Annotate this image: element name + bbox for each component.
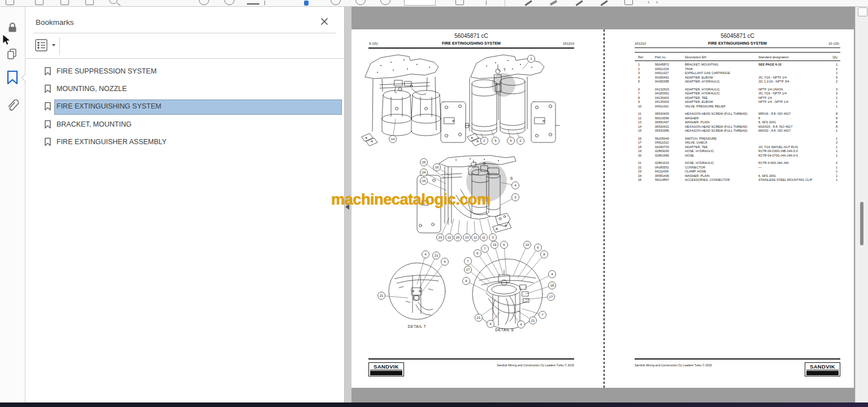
scroll-mode-icon[interactable] bbox=[486, 1, 487, 5]
parts-table-row: 1804180703ADAPTER, TEEJIC 7/16 SWIVEL NU… bbox=[605, 145, 854, 150]
parts-table-row: 1704911012VALVE, CHECK2 bbox=[605, 141, 854, 145]
svg-text:T: T bbox=[504, 68, 506, 72]
bookmark-icon bbox=[44, 67, 51, 76]
bookmark-item[interactable]: FIRE SUPPRESSION SYSTEM bbox=[25, 62, 344, 80]
attachments-icon[interactable] bbox=[5, 97, 21, 114]
parts-table-row: 1406530421HEXAGON HEAD SCREW (FULL THREA… bbox=[605, 125, 854, 129]
page-divider bbox=[604, 29, 605, 388]
bookmark-icon bbox=[44, 120, 51, 129]
bookmark-label: MOUNTING, NOZZLE bbox=[57, 85, 127, 93]
bookmark-options-icon[interactable] bbox=[35, 39, 47, 51]
parts-table-rows: 156045872BRACKET, MOUNTINGSEE PAGE 6-121… bbox=[605, 63, 854, 183]
svg-text:25: 25 bbox=[422, 161, 426, 164]
parts-table-row: 2364111636CLAMP, HOSE1 bbox=[605, 170, 854, 174]
top-toolbar: ‹ › bbox=[0, 0, 868, 7]
svg-text:18: 18 bbox=[550, 284, 554, 287]
zoom-out-icon[interactable] bbox=[331, 0, 341, 5]
svg-text:23: 23 bbox=[439, 236, 442, 239]
bookmarks-panel: Bookmarks FIRE SUPPRESSION SYSTEMMOUNTIN… bbox=[25, 7, 345, 402]
star-icon[interactable] bbox=[35, 0, 44, 5]
bookmark-item[interactable]: FIRE EXTINGUISHER ASSEMBLY bbox=[25, 133, 344, 151]
stamp-icon[interactable] bbox=[624, 0, 633, 5]
taskbar-edge bbox=[0, 402, 868, 407]
fit-width-icon[interactable] bbox=[455, 0, 464, 5]
svg-text:24: 24 bbox=[422, 171, 426, 174]
text-select-icon[interactable] bbox=[247, 3, 259, 5]
parts-table-row: 704180361ADAPTER, HYDRAULICJIC 7/16 - NP… bbox=[605, 92, 854, 96]
svg-text:DETAIL T: DETAIL T bbox=[408, 324, 427, 328]
hand-tool-icon[interactable] bbox=[304, 1, 309, 6]
sandvik-logo: SANDVIK bbox=[368, 362, 404, 376]
bookmark-item[interactable]: BRACKET, MOUNTING bbox=[25, 115, 344, 133]
options-dropdown-caret[interactable] bbox=[52, 44, 55, 46]
zoom-reset-icon[interactable] bbox=[380, 0, 390, 5]
footer-text-right: Sandvik Mining and Construction Oy Loade… bbox=[635, 363, 712, 367]
scroll-thumb[interactable] bbox=[860, 202, 863, 245]
parts-table-row: 2102861610HOSE, HYDRAULICR1TR-4-600-J4A-… bbox=[605, 161, 854, 166]
page-number-right: 10 (15) bbox=[828, 42, 839, 45]
bookmark-icon bbox=[44, 102, 51, 111]
svg-text:14: 14 bbox=[391, 137, 395, 141]
parts-table-row: 404180461ADAPTER, ELBOWJIC 7/16 - NPTF 1… bbox=[605, 76, 854, 80]
zoom-level-field[interactable] bbox=[404, 0, 436, 6]
search-icon[interactable] bbox=[109, 0, 118, 4]
parts-table-row: 2002861680HOSER1TR-04-0730-J4A-J4A-0-01 bbox=[605, 154, 854, 158]
svg-text:21: 21 bbox=[477, 316, 481, 319]
svg-text:S: S bbox=[510, 176, 513, 180]
doc-number-right: 56045871 cC bbox=[635, 33, 840, 39]
svg-text:11: 11 bbox=[482, 236, 486, 239]
bookmark-label: FIRE SUPPRESSION SYSTEM bbox=[57, 67, 157, 75]
svg-text:21: 21 bbox=[435, 254, 439, 257]
section-title-right: FIRE EXTINGUISHING SYSTEM bbox=[635, 41, 840, 45]
parts-table-row: 604132503ADAPTER, HYDRAULICNPTF 1/4 UNIO… bbox=[605, 88, 854, 92]
svg-text:10: 10 bbox=[526, 243, 530, 246]
highlight-icon[interactable] bbox=[550, 0, 557, 6]
bookmark-item[interactable]: FIRE EXTINGUISHING SYSTEM bbox=[25, 98, 344, 115]
bookmark-item[interactable]: MOUNTING, NOZZLE bbox=[25, 80, 344, 97]
signature-icon[interactable] bbox=[576, 0, 583, 6]
parts-table-row: 904135303ADAPTER, ELBOWNPTF 1/4 - NPTF 1… bbox=[605, 100, 854, 105]
svg-text:17: 17 bbox=[549, 295, 553, 298]
bookmark-label: FIRE EXTINGUISHING SYSTEM bbox=[57, 102, 161, 110]
svg-text:19: 19 bbox=[493, 243, 497, 246]
parts-table-row: 804136402ADAPTER, TEENPTF 1/41 bbox=[605, 96, 854, 101]
parts-table-row: 156045872BRACKET, MOUNTINGSEE PAGE 6-121 bbox=[605, 63, 854, 67]
bookmarks-panel-title: Bookmarks bbox=[36, 18, 74, 27]
print-icon[interactable] bbox=[85, 0, 94, 5]
copy-pages-icon[interactable] bbox=[6, 47, 19, 62]
caret-icon[interactable] bbox=[264, 1, 265, 5]
svg-text:13: 13 bbox=[465, 236, 469, 239]
scrollbar[interactable] bbox=[855, 7, 868, 402]
parts-table-row: 1256016596WASHER88 bbox=[605, 116, 854, 121]
svg-text:22: 22 bbox=[448, 236, 452, 239]
watermark: machinecatalogic.com bbox=[331, 190, 491, 209]
comment-pen-icon[interactable] bbox=[525, 0, 532, 6]
document-sheet: 56045871 cC 9 (15) FIRE EXTINGUISHING SY… bbox=[351, 29, 854, 388]
page-left: 56045871 cC 9 (15) FIRE EXTINGUISHING SY… bbox=[351, 29, 604, 388]
footer-text-left: Sandvik Mining and Construction Oy Loade… bbox=[497, 363, 574, 367]
lock-icon[interactable] bbox=[6, 21, 19, 34]
fill-sign-icon[interactable] bbox=[601, 0, 608, 6]
svg-text:17: 17 bbox=[466, 268, 470, 271]
more-tools-chevrons[interactable]: ‹ › bbox=[648, 0, 660, 5]
parts-table-row: 204911018TANK2 bbox=[605, 67, 854, 72]
mouse-cursor bbox=[2, 34, 11, 46]
svg-text:12: 12 bbox=[474, 236, 478, 239]
bookmark-icon bbox=[44, 137, 51, 146]
save-icon[interactable] bbox=[60, 0, 69, 5]
toolbar-separator[interactable] bbox=[505, 0, 505, 6]
svg-text:15: 15 bbox=[422, 179, 426, 183]
scroll-up-button[interactable] bbox=[858, 7, 867, 16]
parts-diagram: T bbox=[351, 29, 604, 388]
parts-table-row: 1656205040SWITCH, PRESSURE1 bbox=[605, 137, 854, 141]
bookmarks-panel-icon[interactable] bbox=[6, 70, 20, 86]
history-icon[interactable] bbox=[199, 0, 209, 5]
bookmark-label: FIRE EXTINGUISHER ASSEMBLY bbox=[57, 138, 167, 146]
bookmark-icon bbox=[44, 84, 51, 93]
parts-table-row: 2406581406WASHER, PLAIN6, SFS 20411 bbox=[605, 174, 854, 179]
sidebar-panels-icon[interactable] bbox=[6, 0, 14, 5]
undo-icon[interactable] bbox=[224, 0, 235, 5]
zoom-in-icon[interactable] bbox=[355, 0, 366, 5]
close-panel-icon[interactable] bbox=[320, 18, 328, 25]
parts-table-row: 2204180551CONNECTOR—1 bbox=[605, 166, 854, 170]
